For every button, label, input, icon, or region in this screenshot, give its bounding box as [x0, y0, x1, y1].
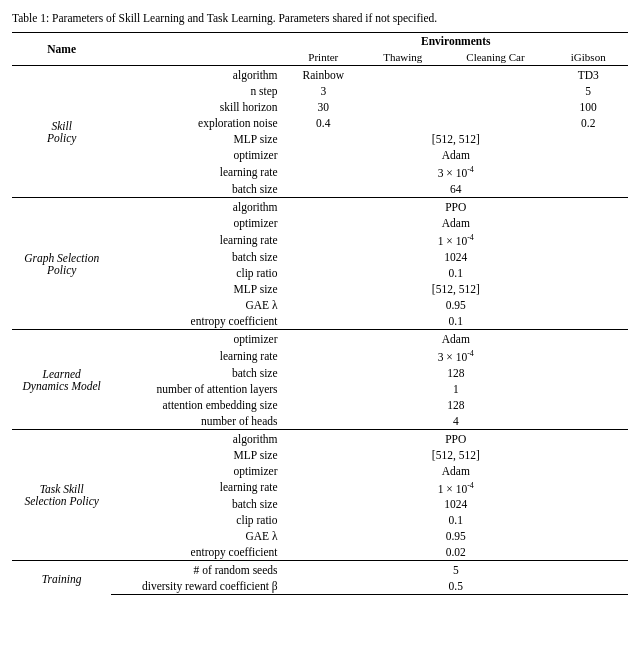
col-thawing: Thawing	[363, 49, 442, 66]
param-value: 0.5	[284, 578, 628, 595]
param-name: GAE λ	[111, 528, 283, 544]
param-name: number of attention layers	[111, 381, 283, 397]
param-value-printer: 30	[284, 99, 363, 115]
param-value: 0.95	[284, 297, 628, 313]
param-value: [512, 512]	[284, 447, 628, 463]
param-value: 1024	[284, 249, 628, 265]
parameters-table: Name Name Environments Printer Thawing C…	[12, 32, 628, 595]
param-value: 128	[284, 365, 628, 381]
param-value: 1	[284, 381, 628, 397]
param-name: optimizer	[111, 329, 283, 347]
param-name: optimizer	[111, 147, 283, 163]
name-header: Name	[12, 33, 111, 66]
param-value: 0.02	[284, 544, 628, 561]
param-name: MLP size	[111, 131, 283, 147]
param-name: MLP size	[111, 281, 283, 297]
section-label: Skill Policy	[12, 66, 111, 198]
param-name: algorithm	[111, 66, 283, 84]
param-value: 5	[284, 561, 628, 579]
param-value-lr: 1 × 10-4	[284, 479, 628, 497]
param-value: Adam	[284, 147, 628, 163]
table-header-top: Name Name Environments	[12, 33, 628, 50]
table-row: Task Skill Selection PolicyalgorithmPPO	[12, 429, 628, 447]
table-row: Training# of random seeds5	[12, 561, 628, 579]
param-name: batch size	[111, 496, 283, 512]
param-name: clip ratio	[111, 512, 283, 528]
param-name: # of random seeds	[111, 561, 283, 579]
param-name: entropy coefficient	[111, 313, 283, 330]
section-label: Learned Dynamics Model	[12, 329, 111, 429]
param-name: MLP size	[111, 447, 283, 463]
param-name: entropy coefficient	[111, 544, 283, 561]
param-value-thawing	[363, 83, 442, 99]
param-value: Adam	[284, 329, 628, 347]
param-name: n step	[111, 83, 283, 99]
param-value: 4	[284, 413, 628, 430]
param-value-lr: 1 × 10-4	[284, 231, 628, 249]
param-value: Adam	[284, 463, 628, 479]
param-name: optimizer	[111, 463, 283, 479]
param-value-cleaning	[443, 99, 549, 115]
param-name: number of heads	[111, 413, 283, 430]
param-value-cleaning	[443, 115, 549, 131]
param-value: 0.1	[284, 512, 628, 528]
param-name: clip ratio	[111, 265, 283, 281]
param-value-thawing	[363, 66, 442, 84]
param-value-thawing	[363, 99, 442, 115]
section-label: Task Skill Selection Policy	[12, 429, 111, 561]
param-name: batch size	[111, 249, 283, 265]
table-row: Skill PolicyalgorithmRainbowTD3	[12, 66, 628, 84]
param-value: 128	[284, 397, 628, 413]
param-value-cleaning	[443, 83, 549, 99]
param-value: 0.1	[284, 313, 628, 330]
param-value: Adam	[284, 215, 628, 231]
param-name: skill horizon	[111, 99, 283, 115]
param-value: 0.1	[284, 265, 628, 281]
param-value-cleaning	[443, 66, 549, 84]
col-cleaning: Cleaning Car	[443, 49, 549, 66]
param-value-igibson: 0.2	[548, 115, 628, 131]
environments-header: Environments	[284, 33, 628, 50]
param-value: 1024	[284, 496, 628, 512]
param-value: [512, 512]	[284, 281, 628, 297]
param-value-printer: Rainbow	[284, 66, 363, 84]
section-label: Graph Selection Policy	[12, 197, 111, 329]
caption: Table 1: Parameters of Skill Learning an…	[12, 10, 628, 26]
param-name: learning rate	[111, 231, 283, 249]
param-value-igibson: TD3	[548, 66, 628, 84]
param-name: diversity reward coefficient β	[111, 578, 283, 595]
param-name: exploration noise	[111, 115, 283, 131]
param-name: algorithm	[111, 429, 283, 447]
param-name: GAE λ	[111, 297, 283, 313]
table-row: Graph Selection PolicyalgorithmPPO	[12, 197, 628, 215]
param-value: PPO	[284, 197, 628, 215]
param-name: learning rate	[111, 347, 283, 365]
param-value: 64	[284, 181, 628, 198]
param-name: attention embedding size	[111, 397, 283, 413]
param-name: optimizer	[111, 215, 283, 231]
param-name: learning rate	[111, 479, 283, 497]
col-printer: Printer	[284, 49, 363, 66]
param-value-igibson: 100	[548, 99, 628, 115]
col-igibson: iGibson	[548, 49, 628, 66]
param-value-lr: 3 × 10-4	[284, 163, 628, 181]
section-label: Training	[12, 561, 111, 595]
param-name: algorithm	[111, 197, 283, 215]
param-value-printer: 3	[284, 83, 363, 99]
param-value-lr: 3 × 10-4	[284, 347, 628, 365]
table-row: Learned Dynamics ModeloptimizerAdam	[12, 329, 628, 347]
param-value-printer: 0.4	[284, 115, 363, 131]
param-name: batch size	[111, 365, 283, 381]
param-value-igibson: 5	[548, 83, 628, 99]
param-value-thawing	[363, 115, 442, 131]
param-name: batch size	[111, 181, 283, 198]
param-value: 0.95	[284, 528, 628, 544]
param-value: [512, 512]	[284, 131, 628, 147]
param-name: learning rate	[111, 163, 283, 181]
param-value: PPO	[284, 429, 628, 447]
